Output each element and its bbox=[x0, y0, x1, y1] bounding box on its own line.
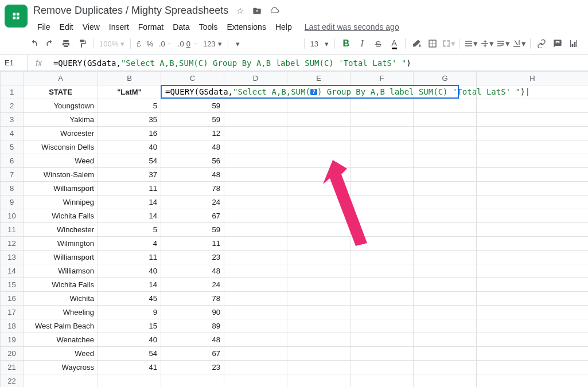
cell[interactable]: Youngstown bbox=[24, 99, 98, 113]
currency-button[interactable]: £ bbox=[134, 40, 143, 48]
row-header[interactable]: 3 bbox=[1, 113, 24, 127]
cloud-status-icon[interactable] bbox=[268, 5, 280, 17]
cell[interactable]: 48 bbox=[161, 168, 224, 182]
cell[interactable] bbox=[287, 154, 351, 168]
cell[interactable]: Wenatchee bbox=[24, 333, 98, 347]
cell[interactable] bbox=[414, 347, 477, 361]
cell[interactable] bbox=[414, 127, 477, 140]
cell[interactable] bbox=[287, 333, 351, 347]
paint-format-icon[interactable] bbox=[75, 36, 89, 51]
cell[interactable] bbox=[224, 168, 287, 182]
cell[interactable] bbox=[477, 196, 589, 209]
cell[interactable] bbox=[224, 292, 287, 306]
cell[interactable] bbox=[414, 361, 477, 374]
cell[interactable]: 12 bbox=[161, 127, 224, 140]
cell[interactable]: Yakima bbox=[24, 113, 98, 127]
cell[interactable] bbox=[414, 374, 477, 388]
cell[interactable] bbox=[477, 127, 589, 140]
cell[interactable] bbox=[351, 209, 414, 223]
doc-title[interactable]: Remove Duplicates / Mighty Spreadsheets bbox=[33, 5, 228, 17]
cell[interactable] bbox=[224, 154, 287, 168]
cell[interactable] bbox=[414, 264, 477, 278]
cell[interactable] bbox=[224, 306, 287, 319]
cell[interactable] bbox=[351, 168, 414, 182]
menu-extensions[interactable]: Extensions bbox=[223, 20, 270, 34]
cell[interactable] bbox=[287, 113, 351, 127]
row-header[interactable]: 11 bbox=[1, 223, 24, 237]
cell[interactable] bbox=[98, 374, 161, 388]
cell[interactable]: 90 bbox=[161, 306, 224, 319]
star-icon[interactable]: ☆ bbox=[234, 5, 246, 17]
name-box[interactable]: E1 bbox=[0, 55, 28, 71]
cell[interactable] bbox=[351, 154, 414, 168]
cell[interactable] bbox=[351, 333, 414, 347]
cell[interactable]: Williamson bbox=[24, 264, 98, 278]
valign-button[interactable]: ▾ bbox=[480, 36, 494, 51]
cell[interactable]: 5 bbox=[98, 99, 161, 113]
cell[interactable] bbox=[477, 347, 589, 361]
cell[interactable]: 45 bbox=[98, 292, 161, 306]
print-icon[interactable] bbox=[59, 36, 73, 51]
col-header-h[interactable]: H bbox=[477, 72, 589, 85]
col-header-b[interactable]: B bbox=[98, 72, 161, 85]
cell[interactable] bbox=[477, 223, 589, 237]
row-header[interactable]: 15 bbox=[1, 278, 24, 292]
cell[interactable]: Worcester bbox=[24, 127, 98, 140]
cell[interactable] bbox=[161, 374, 224, 388]
select-all-corner[interactable] bbox=[1, 72, 24, 85]
cell[interactable] bbox=[477, 361, 589, 374]
cell[interactable]: Wichita Falls bbox=[24, 209, 98, 223]
cell[interactable] bbox=[24, 374, 98, 388]
text-color-button[interactable]: A bbox=[387, 36, 402, 51]
cell[interactable]: 4 bbox=[98, 237, 161, 251]
strike-button[interactable]: S bbox=[371, 36, 385, 51]
row-header[interactable]: 7 bbox=[1, 168, 24, 182]
cell[interactable]: 56 bbox=[161, 154, 224, 168]
cell[interactable] bbox=[224, 99, 287, 113]
cell[interactable]: 11 bbox=[161, 237, 224, 251]
row-header[interactable]: 5 bbox=[1, 140, 24, 154]
row-header[interactable]: 6 bbox=[1, 154, 24, 168]
cell[interactable] bbox=[477, 209, 589, 223]
percent-button[interactable]: % bbox=[144, 40, 155, 48]
cell[interactable]: Wichita bbox=[24, 292, 98, 306]
cell[interactable]: Wheeling bbox=[24, 306, 98, 319]
cell[interactable] bbox=[287, 237, 351, 251]
cell[interactable]: 24 bbox=[161, 196, 224, 209]
cell[interactable] bbox=[287, 140, 351, 154]
cell[interactable] bbox=[351, 127, 414, 140]
cell[interactable] bbox=[224, 196, 287, 209]
menu-tools[interactable]: Tools bbox=[195, 20, 222, 34]
cell[interactable] bbox=[351, 361, 414, 374]
cell[interactable] bbox=[414, 99, 477, 113]
cell[interactable]: STATE bbox=[24, 85, 98, 99]
row-header[interactable]: 10 bbox=[1, 209, 24, 223]
cell[interactable] bbox=[414, 278, 477, 292]
cell[interactable]: Waycross bbox=[24, 361, 98, 374]
cell[interactable]: 67 bbox=[161, 209, 224, 223]
cell[interactable]: 41 bbox=[98, 361, 161, 374]
cell[interactable]: 40 bbox=[98, 140, 161, 154]
cell[interactable]: 35 bbox=[98, 113, 161, 127]
cell[interactable] bbox=[287, 251, 351, 264]
row-header[interactable]: 2 bbox=[1, 99, 24, 113]
cell[interactable]: 23 bbox=[161, 361, 224, 374]
row-header[interactable]: 14 bbox=[1, 264, 24, 278]
cell[interactable] bbox=[414, 154, 477, 168]
cell[interactable]: 59 bbox=[161, 113, 224, 127]
more-formats-button[interactable]: 123▾ bbox=[201, 40, 224, 48]
cell[interactable]: Wilmington bbox=[24, 237, 98, 251]
menu-edit[interactable]: Edit bbox=[56, 20, 77, 34]
cell[interactable] bbox=[224, 251, 287, 264]
cell[interactable] bbox=[414, 237, 477, 251]
bold-button[interactable]: B bbox=[338, 36, 353, 51]
cell[interactable] bbox=[224, 127, 287, 140]
cell[interactable] bbox=[477, 168, 589, 182]
cell[interactable]: 14 bbox=[98, 209, 161, 223]
cell[interactable] bbox=[224, 347, 287, 361]
cell[interactable] bbox=[224, 237, 287, 251]
row-header[interactable]: 22 bbox=[1, 374, 24, 388]
cell[interactable]: Williamsport bbox=[24, 182, 98, 196]
cell[interactable]: 11 bbox=[98, 182, 161, 196]
cell[interactable] bbox=[414, 140, 477, 154]
